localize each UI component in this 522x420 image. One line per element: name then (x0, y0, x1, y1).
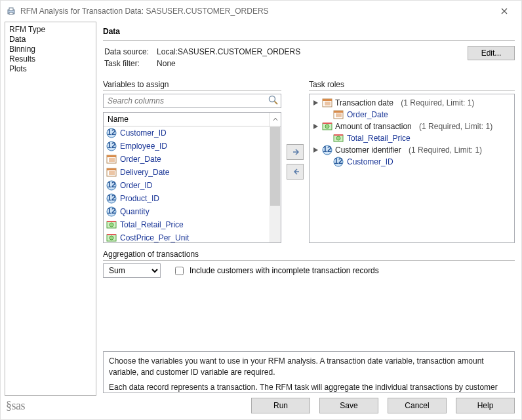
numeric-icon (106, 206, 117, 217)
task-filter-label: Task filter: (104, 59, 155, 69)
help-para-2: Each data record represents a transactio… (109, 382, 509, 393)
role-node[interactable]: Transaction date (1 Required, Limit: 1) (312, 97, 512, 109)
scrollbar[interactable] (270, 126, 281, 242)
currency-icon (333, 133, 344, 143)
data-source-value: Local:SASUSER.CUSTOMER_ORDERS (157, 47, 307, 58)
variables-label: Variables to assign (103, 80, 281, 89)
list-item[interactable]: Order_Date (104, 153, 281, 166)
aggregation-select[interactable]: Sum (103, 263, 161, 278)
currency-icon (322, 121, 332, 132)
assign-left-button[interactable] (287, 164, 304, 180)
vendor-logo: §sas (6, 399, 25, 413)
meta-table: Data source: Local:SASUSER.CUSTOMER_ORDE… (103, 46, 308, 71)
arrow-right-icon (291, 147, 299, 157)
nav-item-plots[interactable]: Plots (9, 64, 92, 74)
app-icon (6, 6, 16, 16)
nav-item-results[interactable]: Results (9, 54, 92, 64)
help-button[interactable]: Help (456, 398, 515, 413)
role-node[interactable]: Customer identifier (1 Required, Limit: … (312, 144, 512, 156)
nav-item-rfm-type[interactable]: RFM Type (9, 25, 92, 35)
currency-icon (106, 233, 117, 242)
assign-area: Variables to assign Name (103, 80, 515, 243)
numeric-icon (106, 128, 117, 138)
currency-icon (106, 220, 117, 230)
nav-item-binning[interactable]: Binning (9, 45, 92, 54)
scroll-thumb[interactable] (270, 127, 280, 206)
dialog-window: RFM Analysis for Transaction Data: SASUS… (0, 0, 522, 420)
numeric-icon (106, 141, 117, 151)
include-incomplete-checkbox[interactable] (175, 267, 184, 275)
edit-button[interactable]: Edit... (468, 46, 515, 60)
list-item[interactable]: Product_ID (104, 192, 281, 205)
aggregation-section: Aggregation of transactions Sum Include … (103, 250, 515, 278)
aggregation-label: Aggregation of transactions (103, 250, 515, 259)
numeric-icon (322, 145, 332, 155)
date-icon (106, 167, 117, 178)
dialog-body: RFM Type Data Binning Results Plots Data… (1, 22, 521, 396)
tree-toggle-icon[interactable] (312, 123, 319, 130)
cancel-button[interactable]: Cancel (388, 398, 447, 413)
divider (103, 40, 515, 41)
role-node[interactable]: Amount of transaction (1 Required, Limit… (312, 121, 512, 132)
role-assigned-item[interactable]: Order_Date (333, 109, 512, 121)
roles-label: Task roles (309, 80, 515, 89)
list-item[interactable]: Employee_ID (104, 140, 281, 153)
list-item[interactable]: Delivery_Date (104, 166, 281, 179)
arrow-left-icon (291, 166, 299, 177)
date-icon (333, 109, 344, 120)
nav-item-data[interactable]: Data (9, 35, 92, 45)
role-assigned-item[interactable]: Customer_ID (333, 156, 512, 168)
assign-right-button[interactable] (287, 144, 304, 160)
variable-rows: Customer_ID Employee_ID Order_Date Deliv… (104, 126, 281, 242)
help-text-box: Choose the variables you want to use in … (103, 351, 515, 393)
list-item[interactable]: Customer_ID (104, 126, 281, 140)
save-button[interactable]: Save (319, 398, 378, 413)
numeric-icon (106, 193, 117, 204)
list-item[interactable]: Order_ID (104, 179, 281, 192)
panel-heading: Data (103, 27, 515, 36)
roles-tree: Transaction date (1 Required, Limit: 1) … (309, 94, 515, 243)
include-incomplete-checkbox-label[interactable]: Include customers with incomplete transa… (172, 265, 379, 277)
role-assigned-item[interactable]: Total_Retail_Price (333, 132, 512, 144)
date-icon (322, 98, 332, 108)
nav-panel: RFM Type Data Binning Results Plots (5, 22, 96, 396)
list-item[interactable]: Total_Retail_Price (104, 218, 281, 231)
titlebar: RFM Analysis for Transaction Data: SASUS… (1, 1, 521, 22)
task-filter-value: None (157, 59, 307, 69)
window-title: RFM Analysis for Transaction Data: SASUS… (20, 7, 492, 16)
roles-column: Task roles Transaction date (1 Required,… (309, 80, 515, 243)
run-button[interactable]: Run (251, 398, 310, 413)
window-close-button[interactable] (492, 3, 516, 19)
column-sort-icon[interactable] (269, 113, 281, 126)
data-source-label: Data source: (104, 47, 155, 58)
column-header-name[interactable]: Name (104, 113, 269, 126)
numeric-icon (333, 157, 344, 167)
tree-toggle-icon[interactable] (312, 147, 319, 154)
search-input[interactable] (103, 94, 281, 108)
tree-toggle-icon[interactable] (312, 100, 319, 107)
close-icon (501, 8, 508, 14)
list-item[interactable]: Quantity (104, 205, 281, 218)
help-para-1: Choose the variables you want to use in … (109, 356, 509, 378)
footer: §sas Run Save Cancel Help (1, 396, 521, 419)
numeric-icon (106, 180, 117, 191)
main-panel: Data Data source: Local:SASUSER.CUSTOMER… (100, 22, 517, 396)
search-box (103, 94, 281, 108)
date-icon (106, 154, 117, 164)
list-item[interactable]: CostPrice_Per_Unit (104, 231, 281, 242)
meta-row: Data source: Local:SASUSER.CUSTOMER_ORDE… (103, 46, 515, 71)
variables-column: Variables to assign Name (103, 80, 281, 243)
variable-list: Name Customer_ID Employee_ID Order_Date … (103, 112, 281, 243)
variable-list-header[interactable]: Name (104, 113, 281, 126)
search-icon[interactable] (268, 95, 279, 105)
mover-buttons (285, 80, 305, 243)
